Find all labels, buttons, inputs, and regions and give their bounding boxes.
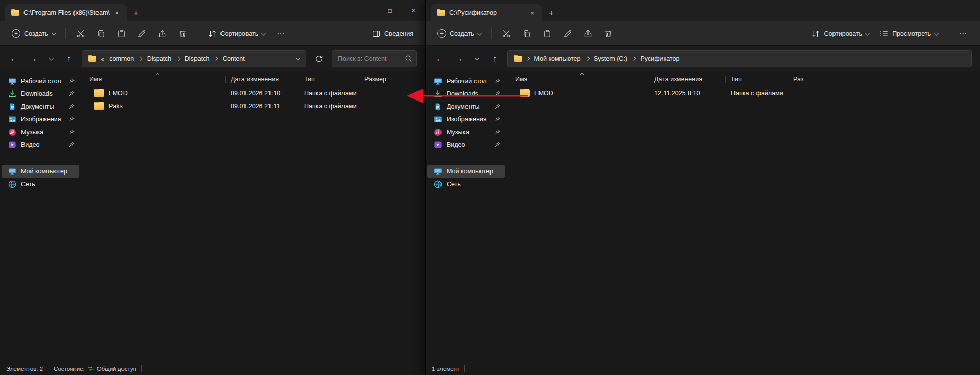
new-tab-button[interactable]: + xyxy=(549,9,554,17)
column-label: Размер xyxy=(364,76,386,83)
rename-button[interactable] xyxy=(558,25,577,42)
documents-icon xyxy=(434,103,442,111)
cut-button[interactable] xyxy=(497,25,516,42)
forward-button[interactable]: → xyxy=(27,53,39,65)
sidebar-item-this-pc[interactable]: Мой компьютер xyxy=(2,165,79,178)
plus-icon: + xyxy=(12,29,20,38)
sidebar-item-documents[interactable]: Документы xyxy=(2,100,79,113)
pin-icon xyxy=(69,116,75,122)
trash-icon xyxy=(604,29,613,38)
sidebar-item-music[interactable]: Музыка xyxy=(2,126,79,138)
sidebar-item-music[interactable]: Музыка xyxy=(427,126,505,138)
more-options-button[interactable]: ⋯ xyxy=(271,25,290,42)
sidebar-item-network[interactable]: Сеть xyxy=(2,178,79,190)
column-header-date[interactable]: Дата изменения xyxy=(649,71,726,87)
breadcrumb-item[interactable]: common xyxy=(108,54,135,63)
sidebar-item-label: Изображения xyxy=(21,116,61,123)
sidebar-item-videos[interactable]: Видео xyxy=(427,138,505,151)
titlebar[interactable]: C:\Русификатор × + xyxy=(426,0,980,21)
details-pane-button[interactable]: Сведения xyxy=(367,26,418,42)
sidebar-item-videos[interactable]: Видео xyxy=(2,138,79,151)
file-row[interactable]: FMOD 12.11.2025 8:10 Папка с файлами xyxy=(506,87,980,99)
sidebar-item-network[interactable]: Сеть xyxy=(427,178,505,190)
sort-button[interactable]: Сортировать xyxy=(203,26,271,42)
forward-button[interactable]: → xyxy=(453,53,465,65)
column-header-date[interactable]: Дата изменения xyxy=(226,71,299,87)
back-button[interactable]: ← xyxy=(434,53,446,65)
more-icon: ⋯ xyxy=(277,29,285,38)
breadcrumb-item[interactable]: Content xyxy=(222,54,246,63)
recent-locations-button[interactable] xyxy=(472,53,482,65)
sidebar-item-desktop[interactable]: Рабочий стол xyxy=(427,74,505,87)
status-bar: 1 элемент xyxy=(426,362,980,375)
cut-button[interactable] xyxy=(71,25,90,42)
pin-icon xyxy=(69,104,75,109)
file-rows: FMOD 09.01.2026 21:10 Папка с файлами Pa… xyxy=(81,87,425,362)
breadcrumb-item[interactable]: Мой компьютер xyxy=(533,54,582,63)
sidebar-item-downloads[interactable]: Downloads xyxy=(427,87,505,100)
sidebar-item-downloads[interactable]: Downloads xyxy=(2,87,79,100)
sidebar-item-pictures[interactable]: Изображения xyxy=(2,113,79,126)
details-pane-icon xyxy=(372,29,381,38)
column-header-size[interactable]: Размер xyxy=(359,71,404,87)
breadcrumb-item[interactable]: Dispatch xyxy=(146,54,173,63)
tab-title: C:\Program Files (x86)\Steam\ xyxy=(23,9,110,16)
desktop-icon xyxy=(8,77,16,85)
sidebar-item-this-pc[interactable]: Мой компьютер xyxy=(427,165,505,178)
column-header-name[interactable]: Имя xyxy=(81,71,226,87)
music-icon xyxy=(434,128,442,136)
tab-steam[interactable]: C:\Program Files (x86)\Steam\ × xyxy=(5,4,127,21)
share-button[interactable] xyxy=(578,25,598,42)
file-row[interactable]: FMOD 09.01.2026 21:10 Папка с файлами xyxy=(81,87,425,99)
address-dropdown-icon[interactable] xyxy=(296,56,301,61)
tab-close-icon[interactable]: × xyxy=(114,9,121,17)
up-button[interactable]: ↑ xyxy=(63,53,75,65)
search-input[interactable] xyxy=(332,50,417,67)
file-rows: FMOD 12.11.2025 8:10 Папка с файлами xyxy=(506,87,980,362)
sidebar-item-documents[interactable]: Документы xyxy=(427,100,505,113)
rename-button[interactable] xyxy=(132,25,152,42)
titlebar[interactable]: C:\Program Files (x86)\Steam\ × + — □ × xyxy=(0,0,425,21)
share-icon xyxy=(583,29,593,38)
delete-button[interactable] xyxy=(173,25,192,42)
column-header-size[interactable]: Раз xyxy=(788,71,806,87)
delete-button[interactable] xyxy=(599,25,618,42)
share-button[interactable] xyxy=(153,25,172,42)
file-row[interactable]: Paks 09.01.2026 21:11 Папка с файлами xyxy=(81,99,425,112)
share-icon xyxy=(158,29,167,38)
recent-locations-button[interactable] xyxy=(46,53,56,65)
tab-close-icon[interactable]: × xyxy=(529,9,536,17)
new-tab-button[interactable]: + xyxy=(133,9,138,17)
minimize-button[interactable]: — xyxy=(355,0,378,21)
paste-button[interactable] xyxy=(112,25,131,42)
sidebar-item-desktop[interactable]: Рабочий стол xyxy=(2,74,79,87)
refresh-button[interactable] xyxy=(313,53,325,65)
details-label: Сведения xyxy=(384,30,413,37)
create-button[interactable]: + Создать xyxy=(7,26,60,41)
chevron-down-icon xyxy=(865,30,870,35)
up-button[interactable]: ↑ xyxy=(488,53,501,65)
view-button[interactable]: Просмотреть xyxy=(875,26,943,42)
more-options-button[interactable]: ⋯ xyxy=(953,25,973,42)
column-header-type[interactable]: Тип xyxy=(299,71,359,87)
breadcrumb-item[interactable]: Dispatch xyxy=(184,54,211,63)
breadcrumb-item[interactable]: System (C:) xyxy=(593,54,628,63)
address-bar[interactable]: « common Dispatch Dispatch Content xyxy=(82,50,306,67)
close-button[interactable]: × xyxy=(402,0,425,21)
paste-button[interactable] xyxy=(537,25,557,42)
back-button[interactable]: ← xyxy=(8,53,20,65)
column-header-name[interactable]: Имя xyxy=(506,71,649,87)
copy-button[interactable] xyxy=(517,25,536,42)
column-label: Тип xyxy=(731,76,742,83)
maximize-button[interactable]: □ xyxy=(378,0,402,21)
column-header-type[interactable]: Тип xyxy=(726,71,788,87)
address-bar[interactable]: Мой компьютер System (C:) Русификатор xyxy=(507,50,972,67)
sort-button[interactable]: Сортировать xyxy=(806,26,874,42)
sidebar-item-pictures[interactable]: Изображения xyxy=(427,113,505,126)
create-button[interactable]: + Создать xyxy=(433,26,486,41)
sidebar-item-label: Downloads xyxy=(21,90,53,97)
breadcrumb-item[interactable]: Русификатор xyxy=(639,54,680,63)
breadcrumb-overflow[interactable]: « xyxy=(101,55,104,63)
tab-rusificator[interactable]: C:\Русификатор × xyxy=(431,4,542,21)
copy-button[interactable] xyxy=(91,25,111,42)
